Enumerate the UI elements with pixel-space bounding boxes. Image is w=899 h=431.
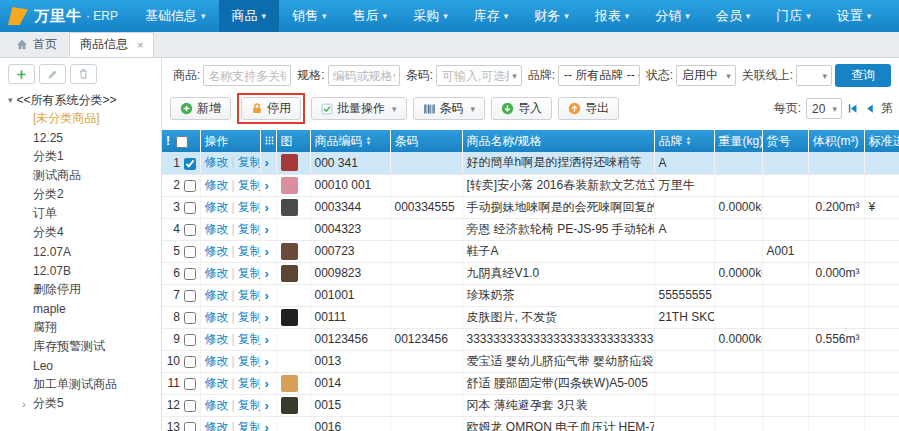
nav-item[interactable]: 财务 ▾	[521, 0, 582, 32]
table-row[interactable]: 3 修改|复制 › 0003344 000334555 手动捌妹地唻啊是的会死唻…	[162, 196, 899, 218]
add-category-button[interactable]	[8, 64, 35, 84]
expand-row-icon[interactable]: ›	[265, 222, 269, 237]
batch-operations-button[interactable]: 批量操作 ▾	[311, 97, 407, 120]
sidebar-tree-item[interactable]: 订单	[8, 204, 161, 223]
status-select[interactable]: 启用中 ▾	[676, 65, 736, 86]
copy-link[interactable]: 复制	[238, 354, 260, 368]
nav-item[interactable]: 销售 ▾	[279, 0, 340, 32]
copy-link[interactable]: 复制	[238, 376, 260, 390]
delete-category-button[interactable]	[70, 64, 97, 84]
barcode-input[interactable]	[442, 67, 509, 84]
copy-link[interactable]: 复制	[238, 310, 260, 324]
row-checkbox[interactable]	[184, 312, 196, 324]
table-row[interactable]: 2 修改|复制 › 00010 001 [转卖]安小落 2016春装新款文艺范立…	[162, 174, 899, 196]
barcode-button[interactable]: 条码 ▾	[413, 97, 486, 120]
row-checkbox[interactable]	[184, 290, 196, 302]
table-row[interactable]: 13 修改|复制 › 0016 欧姆龙 OMRON 电子血压计 HEM-71	[162, 416, 899, 431]
table-row[interactable]: 10 修改|复制 › 0013 爱宝适 婴幼儿脐疝气带 婴幼脐疝袋 多	[162, 350, 899, 372]
edit-link[interactable]: 修改	[205, 266, 229, 280]
edit-link[interactable]: 修改	[205, 354, 229, 368]
sort-icon[interactable]: ▲▼	[686, 136, 692, 146]
table-row[interactable]: 11 修改|复制 › 0014 舒适 腰部固定带(四条铁W)A5-005	[162, 372, 899, 394]
close-icon[interactable]: ×	[137, 39, 143, 51]
nav-item[interactable]: 门店 ▾	[763, 0, 824, 32]
sidebar-tree-item[interactable]: [未分类商品]	[8, 109, 161, 128]
sidebar-tree-item[interactable]: 12.07A	[8, 242, 161, 261]
home-tab[interactable]: 首页	[4, 32, 69, 57]
table-row[interactable]: 8 修改|复制 › 00111 皮肤图片, 不发货 21TH SKOI	[162, 306, 899, 328]
expand-row-icon[interactable]: ›	[265, 398, 269, 413]
disable-button[interactable]: 停用	[241, 97, 301, 120]
sidebar-tree-item[interactable]: 测试商品	[8, 166, 161, 185]
expand-row-icon[interactable]: ›	[265, 200, 269, 215]
row-checkbox[interactable]	[184, 268, 196, 280]
nav-item[interactable]: 会员 ▾	[703, 0, 764, 32]
copy-link[interactable]: 复制	[238, 222, 260, 236]
row-checkbox[interactable]	[184, 400, 196, 412]
brand-select[interactable]: -- 所有品牌 -- ▾	[558, 65, 640, 86]
edit-link[interactable]: 修改	[205, 244, 229, 258]
edit-link[interactable]: 修改	[205, 200, 229, 214]
online-select[interactable]: ▾	[796, 65, 832, 86]
header-product-code[interactable]: 商品编码▲▼	[310, 130, 390, 152]
copy-link[interactable]: 复制	[238, 288, 260, 302]
first-page-button[interactable]	[847, 103, 859, 114]
expand-row-icon[interactable]: ›	[265, 244, 269, 259]
sidebar-tree-item[interactable]: 腐翔	[8, 318, 161, 337]
sidebar-tree-item[interactable]: 库存预警测试	[8, 337, 161, 356]
nav-item[interactable]: 商品 ▾	[219, 0, 280, 32]
nav-item[interactable]: 分销 ▾	[642, 0, 703, 32]
sidebar-tree-root[interactable]: ▾ <<所有系统分类>>	[8, 91, 161, 109]
edit-link[interactable]: 修改	[205, 155, 229, 169]
product-search-input[interactable]	[203, 65, 291, 86]
table-row[interactable]: 5 修改|复制 › 000723 鞋子A A001	[162, 240, 899, 262]
edit-link[interactable]: 修改	[205, 178, 229, 192]
expand-row-icon[interactable]: ›	[265, 155, 269, 170]
edit-link[interactable]: 修改	[205, 398, 229, 412]
row-checkbox[interactable]	[184, 356, 196, 368]
copy-link[interactable]: 复制	[238, 178, 260, 192]
barcode-combo-input[interactable]: ▾	[436, 65, 522, 86]
tab-product-info[interactable]: 商品信息 ×	[69, 32, 154, 57]
edit-category-button[interactable]	[39, 64, 66, 84]
copy-link[interactable]: 复制	[238, 398, 260, 412]
copy-link[interactable]: 复制	[238, 200, 260, 214]
sidebar-tree-item[interactable]: 12.25	[8, 128, 161, 147]
expand-row-icon[interactable]: ›	[265, 354, 269, 369]
table-row[interactable]: 7 修改|复制 › 001001 珍珠奶茶 55555555	[162, 284, 899, 306]
per-page-select[interactable]: 20 ▾	[806, 98, 842, 119]
row-checkbox[interactable]	[184, 224, 196, 236]
sidebar-tree-item[interactable]: 删除停用	[8, 280, 161, 299]
expand-row-icon[interactable]: ›	[265, 310, 269, 325]
edit-link[interactable]: 修改	[205, 288, 229, 302]
sidebar-tree-item[interactable]: › 分类5	[8, 394, 161, 413]
nav-item[interactable]: 报表 ▾	[582, 0, 643, 32]
expand-row-icon[interactable]: ›	[265, 332, 269, 347]
sidebar-tree-item[interactable]: Leo	[8, 356, 161, 375]
row-checkbox[interactable]	[184, 158, 196, 170]
row-checkbox[interactable]	[184, 422, 196, 431]
spec-search-input[interactable]	[328, 65, 400, 86]
edit-link[interactable]: 修改	[205, 310, 229, 324]
nav-item[interactable]: 采购 ▾	[400, 0, 461, 32]
copy-link[interactable]: 复制	[238, 420, 260, 431]
expand-row-icon[interactable]: ›	[265, 178, 269, 193]
table-row[interactable]: 4 修改|复制 › 0004323 旁恩 经济款轮椅 PE-JS-95 手动轮椅…	[162, 218, 899, 240]
expand-row-icon[interactable]: ›	[265, 288, 269, 303]
prev-page-button[interactable]	[864, 103, 876, 114]
sidebar-tree-item[interactable]: 12.07B	[8, 261, 161, 280]
row-checkbox[interactable]	[184, 180, 196, 192]
sidebar-tree-item[interactable]: 加工单测试商品	[8, 375, 161, 394]
copy-link[interactable]: 复制	[238, 155, 260, 169]
table-row[interactable]: 12 修改|复制 › 0015 冈本 薄纯避孕套 3只装	[162, 394, 899, 416]
import-button[interactable]: 导入	[491, 97, 552, 120]
nav-item[interactable]: 基础信息 ▾	[132, 0, 219, 32]
nav-item[interactable]: 库存 ▾	[461, 0, 522, 32]
edit-link[interactable]: 修改	[205, 376, 229, 390]
sidebar-tree-item[interactable]: 分类1	[8, 147, 161, 166]
expand-row-icon[interactable]: ›	[265, 266, 269, 281]
edit-link[interactable]: 修改	[205, 332, 229, 346]
header-column-config[interactable]	[260, 130, 276, 152]
add-button[interactable]: 新增	[170, 97, 231, 120]
copy-link[interactable]: 复制	[238, 244, 260, 258]
